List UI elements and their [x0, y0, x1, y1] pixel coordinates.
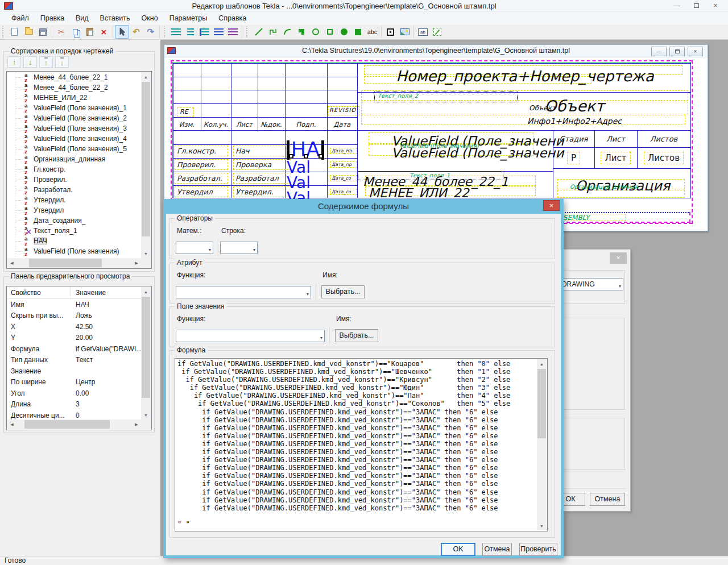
toolbar-grip[interactable]	[246, 26, 250, 38]
scrollbar-thumb[interactable]	[142, 82, 150, 236]
selection-handle[interactable]	[289, 154, 293, 159]
tree-item[interactable]: az Организация_длинная	[7, 154, 141, 164]
property-row[interactable]: Y 20.00	[7, 333, 141, 344]
formula-text[interactable]: if GetValue("DRAWING.USERDEFINED.kmd_ved…	[177, 360, 536, 530]
property-row[interactable]: Длина 3	[7, 399, 141, 410]
tree-item[interactable]: az Утвердил	[7, 205, 141, 215]
scrollbar-thumb[interactable]	[29, 259, 102, 267]
assembly-row[interactable]: ASSEMBLY	[561, 212, 690, 223]
redo-icon[interactable]: ↷	[143, 25, 158, 39]
bg-dialog-close-icon[interactable]: ×	[610, 252, 627, 264]
tree-item[interactable]: az Текст_поля_1	[7, 226, 141, 236]
draw-rectangle-icon[interactable]	[322, 25, 337, 39]
stage-value[interactable]: Р	[553, 149, 594, 167]
new-file-icon[interactable]	[7, 25, 22, 39]
draw-arc-icon[interactable]	[280, 25, 294, 39]
property-row[interactable]: По ширине Центр	[7, 377, 141, 388]
property-row[interactable]: Десятичные ци... 0	[7, 410, 141, 419]
draw-filled-circle-icon[interactable]	[337, 25, 351, 39]
tree-item[interactable]: az ValueField (Поле значения)_5	[7, 144, 141, 154]
property-row[interactable]: Формула if GetValue("DRAWI...	[7, 343, 141, 355]
scroll-up-icon[interactable]: ▲	[141, 72, 151, 81]
tree-item[interactable]: az ValueField (Поле значения)_4	[7, 134, 141, 144]
tree-item[interactable]: az Гл.констр.	[7, 164, 141, 175]
tree-horizontal-scrollbar[interactable]: ◀ ▶	[7, 258, 141, 268]
valuefield-select-button[interactable]: Выбрать...	[335, 329, 378, 342]
formula-content-dialog[interactable]: Содержимое формулы × Операторы Матем.: С…	[163, 199, 564, 558]
text-field-2-label[interactable]: Текст_поля_2	[378, 93, 418, 99]
property-row[interactable]: Тип данных Текст	[7, 355, 141, 366]
property-horizontal-scrollbar[interactable]: ◀ ▶	[7, 419, 141, 429]
tree-item[interactable]: az ValueField (Поле значения)	[7, 246, 141, 256]
tree-item[interactable]: az Менее_44_более_22_2	[7, 82, 141, 93]
draw-circle-icon[interactable]	[308, 25, 322, 39]
doc-minimize-icon[interactable]: —	[651, 47, 667, 56]
select-tool-icon[interactable]	[115, 25, 129, 39]
scrollbar-thumb[interactable]	[142, 297, 150, 398]
tree-item[interactable]: az Проверил.	[7, 175, 141, 185]
menu-item[interactable]: Правка	[35, 13, 70, 23]
property-row[interactable]: Скрыть при вы... Ложь	[7, 310, 141, 322]
close-icon[interactable]: ×	[708, 1, 723, 11]
tree-item[interactable]: az НАЧ	[7, 236, 141, 246]
scroll-down-icon[interactable]: ▼	[141, 410, 151, 419]
object-field[interactable]: Объект	[461, 97, 688, 115]
tree-item[interactable]: az Менее_44_более_22_1	[7, 72, 141, 82]
toolbar-grip[interactable]	[2, 26, 6, 38]
scrollbar-thumb[interactable]	[537, 369, 546, 438]
bg-cancel-button[interactable]: Отмена	[590, 493, 625, 506]
tree-item[interactable]: az Утвердил.	[7, 195, 141, 205]
property-vertical-scrollbar[interactable]: ▲ ▼	[141, 287, 151, 419]
selection-handle[interactable]	[318, 154, 323, 159]
menee-field-2[interactable]: МЕНЕЕ_ИЛИ_22	[369, 186, 469, 200]
tree-item[interactable]: az Разработал.	[7, 185, 141, 195]
scroll-left-icon[interactable]: ◀	[7, 258, 16, 268]
value-field-selected[interactable]: Val	[287, 175, 332, 190]
delete-icon[interactable]: ×	[97, 25, 111, 39]
scroll-up-icon[interactable]: ▲	[141, 287, 151, 296]
formula-scrollbar[interactable]: ▲ ▼	[537, 359, 547, 530]
menu-item[interactable]: Вид	[70, 13, 94, 23]
check-button[interactable]: Проверить	[519, 543, 557, 556]
align-center-icon[interactable]	[183, 25, 197, 39]
image-tool-icon[interactable]	[398, 25, 412, 39]
attribute-function-combo[interactable]: ▾	[176, 286, 311, 298]
selection-handle[interactable]	[304, 154, 308, 159]
open-file-icon[interactable]	[22, 25, 36, 39]
re-field[interactable]: RE	[177, 107, 194, 117]
cut-icon[interactable]: ✂	[54, 25, 68, 39]
toolbar-grip[interactable]	[164, 26, 167, 38]
tree-item[interactable]: az ValueField (Поле значения)_1	[7, 103, 141, 113]
tree-item[interactable]: az МЕНЕЕ_ИЛИ_22	[7, 93, 141, 103]
text-tool-icon[interactable]: abc	[365, 25, 379, 39]
align-left-icon[interactable]	[169, 25, 183, 39]
move-down-button[interactable]: ↓	[23, 56, 37, 68]
info-field[interactable]: Инфо1+Инфо2+Адрес	[461, 117, 688, 126]
value-field-selected[interactable]: Val	[287, 160, 332, 175]
property-row[interactable]: Значение	[7, 365, 141, 377]
organization-long-label[interactable]: Организация_длинная	[570, 184, 638, 190]
stage-value[interactable]: Листов	[637, 149, 690, 167]
draw-filled-rectangle-icon[interactable]	[351, 25, 365, 39]
dialog-close-icon[interactable]: ×	[543, 200, 560, 211]
draw-polyline-icon[interactable]	[266, 25, 280, 39]
draw-polygon-icon[interactable]	[294, 25, 308, 39]
tree-vertical-scrollbar[interactable]: ▲ ▼	[141, 72, 151, 258]
cancel-button[interactable]: Отмена	[482, 543, 512, 556]
tree-item[interactable]: az Дата_создания_	[7, 215, 141, 226]
property-row[interactable]: Угол 0.00	[7, 388, 141, 399]
undo-icon[interactable]: ↶	[129, 25, 143, 39]
value-field-tool-icon[interactable]: ab	[416, 25, 430, 39]
tree-item[interactable]: az ValueField (Поле значения)_2	[7, 113, 141, 123]
scroll-right-icon[interactable]: ▶	[132, 419, 141, 429]
menu-item[interactable]: Вставить	[94, 13, 136, 23]
scroll-up-icon[interactable]: ▲	[537, 359, 547, 368]
symbol-tool-icon[interactable]	[383, 25, 398, 39]
ok-button[interactable]: OK	[441, 543, 475, 556]
valuefield-small-label[interactable]: ValueField (Поле значения)	[399, 143, 479, 149]
string-operator-combo[interactable]: ▾	[220, 242, 258, 254]
menu-item[interactable]: Параметры	[164, 13, 213, 23]
align-bottom-icon[interactable]	[226, 25, 240, 39]
valuefield-function-combo[interactable]: ▾	[176, 330, 325, 342]
paste-icon[interactable]	[82, 25, 97, 39]
